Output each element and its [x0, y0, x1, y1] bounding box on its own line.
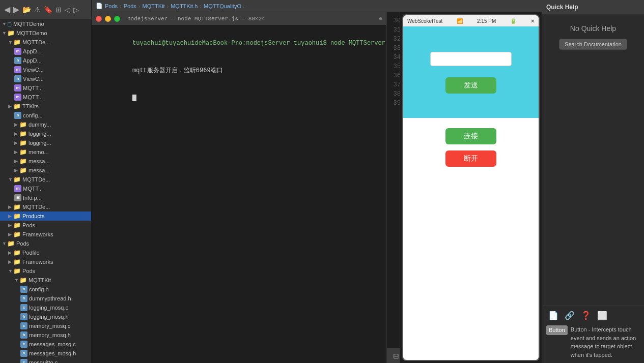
file-type-badge: c	[20, 304, 27, 311]
sim-send-button[interactable]: 发送	[445, 77, 496, 94]
sidebar-label: messages_mosq.h	[29, 350, 76, 356]
sidebar-item-ttkits-folder[interactable]: ▶📁TTKits	[0, 102, 91, 111]
warning-btn[interactable]: ⚠	[34, 6, 41, 14]
sidebar-item-mqtt-item[interactable]: mMQTT...	[0, 184, 91, 193]
button-type-label: Button	[546, 325, 568, 335]
next-arrow-btn[interactable]: ▷	[73, 6, 79, 14]
horizontal-scrollbar[interactable]	[387, 344, 400, 348]
sidebar-item-frameworks-folder[interactable]: ▶📁Frameworks	[0, 230, 91, 239]
sidebar-item-mqttde-folder2[interactable]: ▼📁MQTTDe...	[0, 175, 91, 184]
sidebar-item-mqttkit-folder[interactable]: ▼📁MQTTKit	[0, 276, 91, 285]
sidebar-item-mqttdemo-folder[interactable]: ▼📁MQTTDe...	[0, 38, 91, 47]
sidebar-item-mqtt-m[interactable]: mMQTT...	[0, 83, 91, 93]
sidebar-item-logging-mosq-c[interactable]: clogging_mosq.c	[0, 303, 91, 312]
sidebar-project-root[interactable]: ▼◻MQTTDemo	[0, 19, 91, 28]
sim-text-input[interactable]	[430, 52, 512, 66]
traffic-light-maximize[interactable]	[114, 16, 120, 22]
folder-icon: 📁	[13, 258, 21, 265]
sidebar-item-messages-mosq-c[interactable]: cmessages_mosq.c	[0, 340, 91, 349]
code-editor-panel: 30 31 32 33 34 35 36 37 38 39 @property …	[387, 12, 400, 363]
breadcrumb-item-4[interactable]: MQTTKit.h	[171, 3, 198, 9]
sidebar-item-viewcon-h[interactable]: hViewC...	[0, 74, 91, 83]
nav-forward-btn[interactable]: ▶	[13, 5, 19, 14]
sidebar-item-dummy-folder[interactable]: ▶📁dummy...	[0, 120, 91, 129]
sidebar-item-infoplist[interactable]: ⊞Info.p...	[0, 193, 91, 202]
bookmark-btn[interactable]: 🔖	[44, 6, 52, 14]
sidebar-item-products-folder[interactable]: ▶📁Products	[0, 211, 91, 221]
folder-icon: 📁	[13, 231, 21, 238]
sidebar-item-messages-mosq-h[interactable]: hmessages_mosq.h	[0, 349, 91, 358]
traffic-light-minimize[interactable]	[105, 16, 111, 22]
sidebar-item-pods2[interactable]: ▼📁Pods	[0, 266, 91, 276]
sidebar-item-memo-folder[interactable]: ▶📁memo...	[0, 147, 91, 157]
arrow-icon: ▶	[14, 168, 19, 173]
sidebar-item-logging-mosq-h[interactable]: hlogging_mosq.h	[0, 312, 91, 321]
toggle-panel-btn[interactable]: ⊟	[391, 351, 400, 361]
sidebar-label: TTKits	[22, 103, 39, 109]
search-documentation-button[interactable]: Search Documentation	[559, 39, 627, 50]
sidebar-item-logging-folder[interactable]: ▶📁logging...	[0, 129, 91, 138]
breadcrumb-sep-2: ›	[138, 3, 141, 9]
file-type-badge: m	[14, 185, 21, 192]
sidebar-item-appdel-m[interactable]: mAppD...	[0, 47, 91, 56]
sidebar-item-config-h2[interactable]: hconfig.h	[0, 285, 91, 294]
no-quick-help-text: No Quick Help	[570, 24, 616, 33]
breadcrumb-item-1[interactable]: Pods	[105, 3, 118, 9]
breadcrumb-icon: 📄	[96, 3, 103, 9]
terminal-resize-btn[interactable]: ⊞	[379, 15, 382, 22]
sidebar-item-viewcon-m[interactable]: mViewC...	[0, 65, 91, 74]
quick-help-btn[interactable]: 🔗	[563, 310, 577, 321]
sidebar-item-memory-mosq-h[interactable]: hmemory_mosq.h	[0, 330, 91, 340]
nav-back-btn[interactable]: ◀	[4, 5, 10, 14]
sidebar-item-memory-mosq-c[interactable]: cmemory_mosq.c	[0, 321, 91, 330]
sidebar-item-podfile-folder[interactable]: ▶📁Podfile	[0, 248, 91, 257]
sidebar-item-logging2-folder[interactable]: ▶📁logging...	[0, 138, 91, 147]
sidebar-item-mqttquality-m[interactable]: mMQTT...	[0, 93, 91, 102]
content-split-area: nodejsServer — node MQTTServer.js — 80×2…	[92, 12, 542, 363]
sim-disconnect-button[interactable]: 断开	[445, 150, 496, 167]
sidebar-item-config-h[interactable]: hconfig...	[0, 111, 91, 120]
terminal-body[interactable]: tuyaohui@tuyaohuideMacBook-Pro:nodejsSer…	[92, 25, 386, 363]
file-type-badge: c	[20, 359, 27, 363]
prev-arrow-btn[interactable]: ◁	[65, 6, 70, 14]
sidebar-item-mqttde-folder3[interactable]: ▶📁MQTTDe...	[0, 202, 91, 211]
sidebar-item-pods-root[interactable]: ▼📁Pods	[0, 239, 91, 248]
breadcrumb-item-5[interactable]: MQTTQualityO...	[204, 3, 246, 9]
terminal-line-2: mqtt服务器开启，监听6969端口	[96, 57, 382, 84]
line-num-32: 32	[391, 35, 400, 44]
close-sim-btn[interactable]: ✕	[530, 18, 535, 24]
file-inspector-btn[interactable]: 📄	[546, 310, 561, 321]
folder-btn[interactable]: 📂	[22, 6, 31, 14]
sidebar-label: logging_mosq.c	[29, 305, 68, 311]
folder-icon: 📁	[19, 139, 27, 146]
sidebar-item-mosquitto-c[interactable]: cmosquitto.c	[0, 358, 91, 363]
file-type-badge: h	[20, 350, 27, 357]
sidebar-item-message2-folder[interactable]: ▶📁messa...	[0, 166, 91, 175]
sim-disconnect-label: 断开	[464, 154, 478, 163]
breadcrumb-item-3[interactable]: MQTTKit	[143, 3, 165, 9]
arrow-icon: ▼	[8, 40, 13, 45]
terminal-line-3	[96, 84, 382, 112]
sidebar-item-appdel-h[interactable]: hAppD...	[0, 56, 91, 65]
breadcrumb-item-2[interactable]: Pods	[124, 3, 136, 9]
code-body[interactable]: 30 31 32 33 34 35 36 37 38 39 @property …	[387, 12, 400, 344]
file-type-badge: m	[14, 84, 21, 92]
traffic-light-close[interactable]	[96, 16, 102, 22]
sim-connect-button[interactable]: 连接	[445, 128, 496, 144]
top-toolbar: ◀ ▶ 📂 ⚠ 🔖 ⊞ ◁ ▷	[0, 0, 91, 19]
sidebar-item-frameworks2[interactable]: ▶📁Frameworks	[0, 257, 91, 266]
sidebar-label: MQTT...	[23, 94, 43, 100]
sidebar-item-dummypthread-h[interactable]: hdummypthread.h	[0, 294, 91, 303]
sidebar-item-mqttdemo-root[interactable]: ▼📁MQTTDemo	[0, 28, 91, 38]
sidebar-item-pods-folder[interactable]: ▶📁Pods	[0, 221, 91, 230]
breadcrumb-sep-1: ›	[120, 3, 122, 9]
sidebar-item-message-folder[interactable]: ▶📁messa...	[0, 157, 91, 166]
arrow-icon: ▼	[2, 241, 7, 246]
help-btn[interactable]: ❓	[579, 310, 593, 321]
bottom-toolbar: ⊟ ▶ ■ ⏸ ↷ ↓ ↑ ⛓ ✈ MQTTDemo	[387, 348, 400, 363]
quick-help-panel: Quick Help No Quick Help Search Document…	[542, 0, 644, 363]
grid-btn[interactable]: ⊞	[55, 6, 62, 14]
line-num-36: 36	[391, 71, 400, 80]
folder-icon: 📁	[13, 222, 21, 229]
panel-btn[interactable]: ⬜	[595, 310, 609, 321]
